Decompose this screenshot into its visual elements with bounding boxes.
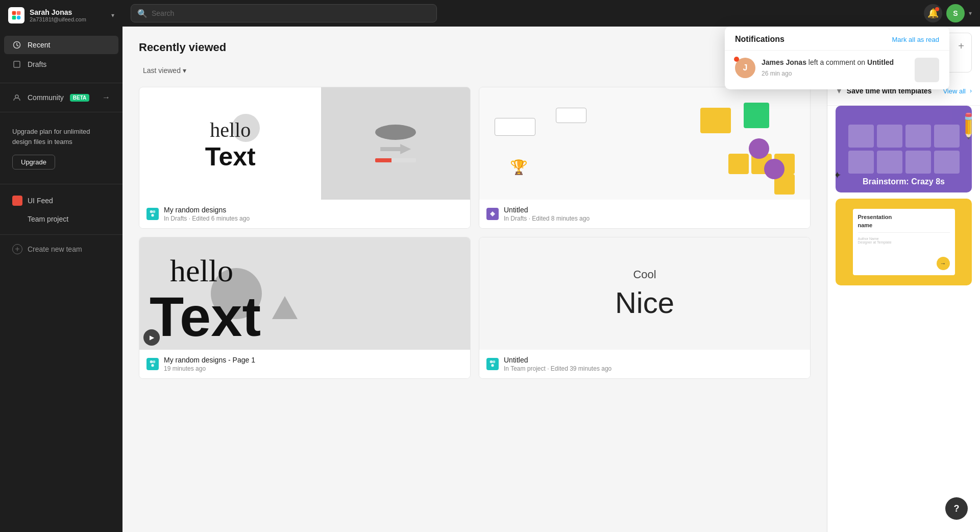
sidebar-item-recent[interactable]: Recent [4, 36, 118, 54]
avatar-chevron-icon[interactable]: ▾ [969, 10, 972, 17]
svg-rect-1 [17, 11, 21, 15]
svg-point-12 [151, 364, 154, 367]
community-label: Community [28, 93, 64, 102]
svg-rect-0 [12, 11, 16, 15]
create-team-button[interactable]: + Create new team [4, 240, 118, 258]
thumb1-preview: hello Text [139, 87, 470, 200]
pres-title: Presentation [858, 214, 950, 220]
svg-rect-10 [150, 360, 153, 363]
play-button[interactable]: ▶ [143, 329, 160, 346]
recent-label: Recent [28, 41, 50, 49]
svg-rect-11 [153, 360, 155, 363]
star-icon: ✦ [836, 169, 842, 181]
thumb4-preview: Cool Nice [479, 237, 810, 350]
template-presentation[interactable]: Presentation name Author Name Designer a… [836, 199, 972, 285]
content-area: Recently viewed Last viewed ▾ hello [122, 27, 980, 532]
filter-last-viewed[interactable]: Last viewed ▾ [139, 64, 190, 77]
team-item-uifeed[interactable]: UI Feed [4, 191, 118, 210]
user-name: Sarah Jonas [30, 8, 106, 16]
card-text-1: My random designs In Drafts · Edited 6 m… [164, 206, 463, 222]
notif-text-1: James Jonas left a comment on Untitled [762, 58, 909, 68]
grid-cell-4 [934, 125, 960, 148]
card-untitled-1[interactable]: 🏆 [479, 87, 811, 229]
filter-row: Last viewed ▾ [139, 64, 811, 77]
notifications-button[interactable]: 🔔 [924, 4, 942, 22]
beta-badge: Beta [70, 94, 89, 102]
notification-dot [935, 7, 939, 11]
filter-chevron-icon: ▾ [183, 66, 186, 75]
svg-rect-13 [490, 360, 493, 363]
svg-point-6 [15, 95, 18, 98]
svg-rect-7 [150, 210, 153, 213]
card-info-4: Untitled In Team project · Edited 39 min… [479, 350, 810, 378]
user-email: 2a73181f@uifeed.com [30, 16, 106, 22]
hello-script: hello [210, 118, 251, 141]
grid-cell-5 [848, 151, 874, 174]
pres-logo: Designer at Template [858, 240, 950, 244]
purple-circle-2 [764, 159, 785, 179]
notif-target: Untitled [867, 58, 894, 66]
mark-all-read-button[interactable]: Mark all as read [892, 36, 939, 43]
upgrade-button[interactable]: Upgrade [12, 155, 55, 170]
grid-cell-6 [877, 151, 902, 174]
card-thumbnail-4: Cool Nice [479, 237, 810, 350]
unread-dot [734, 57, 739, 62]
sidebar: Sarah Jonas 2a73181f@uifeed.com ▾ Recent… [0, 0, 122, 532]
arrow-right-icon: → [102, 93, 110, 102]
figma-icon-4 [486, 358, 499, 370]
svg-rect-5 [14, 61, 20, 67]
filter-label: Last viewed [143, 66, 181, 75]
user-menu[interactable]: Sarah Jonas 2a73181f@uifeed.com ▾ [0, 0, 122, 31]
notif-thumbnail-1 [915, 58, 939, 82]
card-untitled-2[interactable]: Cool Nice Untitle [479, 237, 811, 379]
figma-icon-3 [146, 358, 159, 370]
notification-title: Notifications [735, 35, 785, 44]
template-thumb-yellow: Presentation name Author Name Designer a… [836, 199, 972, 285]
topbar-actions: 🔔 S ▾ [924, 4, 972, 22]
sidebar-item-community[interactable]: Community Beta → [4, 88, 118, 107]
thumb-bar [375, 158, 416, 162]
svg-rect-2 [12, 16, 16, 20]
card-meta-3: 19 minutes ago [164, 365, 463, 372]
card-name-1: My random designs [164, 206, 463, 214]
sidebar-divider-3 [0, 184, 122, 184]
notification-popup: Notifications Mark all as read J James J… [725, 27, 949, 89]
help-label: ? [954, 503, 960, 514]
svg-point-3 [17, 16, 21, 20]
files-grid: hello Text [139, 87, 811, 379]
user-avatar-button[interactable]: S [946, 4, 965, 22]
trophy-emoji: 🏆 [510, 159, 528, 176]
card-my-random-designs[interactable]: hello Text [139, 87, 471, 229]
grid-cell-7 [905, 151, 931, 174]
upgrade-title: Upgrade plan for unlimited design files … [12, 127, 110, 147]
card-text-2: Untitled In Drafts · Edited 8 minutes ag… [504, 206, 803, 222]
pres-arrow-btn[interactable]: → [937, 257, 950, 270]
community-icon [12, 93, 21, 102]
pres-frame: Presentation name Author Name Designer a… [853, 209, 955, 275]
template-thumb-purple: ✏️ ✦ Brainstorm: Crazy 8s [836, 106, 972, 192]
team-item-project[interactable]: Team project [4, 211, 118, 227]
purple-circle-1 [749, 138, 769, 159]
svg-point-15 [491, 364, 494, 367]
notification-header: Notifications Mark all as read [725, 27, 949, 51]
sidebar-item-drafts[interactable]: Drafts [4, 55, 118, 74]
topbar: 🔍 Search 🔔 S ▾ [122, 0, 980, 27]
svg-point-9 [151, 214, 154, 216]
page-title: Recently viewed [139, 41, 811, 54]
grid-cell-1 [848, 125, 874, 148]
help-button[interactable]: ? [945, 497, 968, 520]
create-team-label: Create new team [28, 245, 82, 253]
search-box[interactable]: 🔍 Search [131, 4, 437, 22]
notification-item-1[interactable]: J James Jonas left a comment on Untitled… [725, 51, 949, 89]
yellow-box-2 [728, 154, 749, 174]
template-brainstorm-label: Brainstorm: Crazy 8s [863, 177, 945, 186]
main-panel: Recently viewed Last viewed ▾ hello [122, 27, 827, 532]
card-text-3: My random designs - Page 1 19 minutes ag… [164, 356, 463, 372]
cool-text: Cool [633, 268, 656, 281]
sidebar-divider-2 [0, 112, 122, 112]
user-info: Sarah Jonas 2a73181f@uifeed.com [30, 8, 106, 22]
card-my-random-designs-page1[interactable]: hello Text ▶ [139, 237, 471, 379]
add-figjam-icon[interactable]: + [958, 40, 964, 52]
card-text-4: Untitled In Team project · Edited 39 min… [504, 356, 803, 372]
template-brainstorm[interactable]: ✏️ ✦ Brainstorm: Crazy 8s [836, 106, 972, 192]
